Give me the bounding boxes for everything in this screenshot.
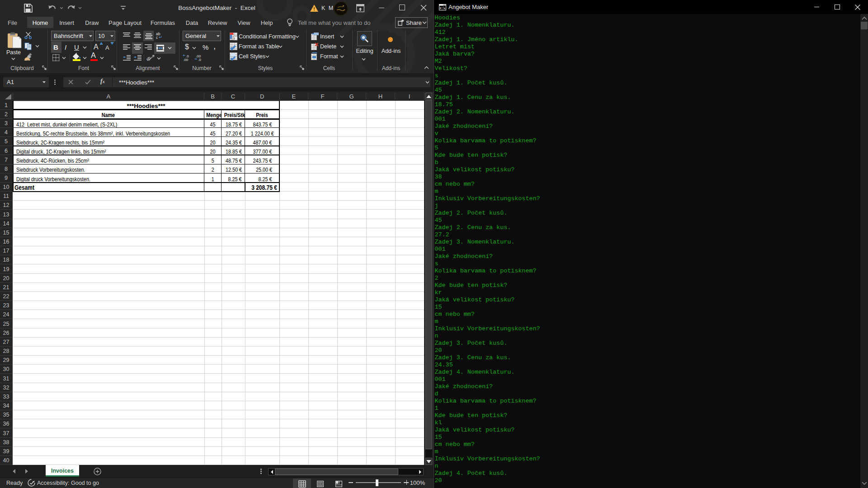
svg-text:.0: .0: [198, 58, 201, 62]
svg-text:c:\: c:\: [440, 7, 445, 10]
svg-text:.00: .00: [183, 58, 189, 62]
